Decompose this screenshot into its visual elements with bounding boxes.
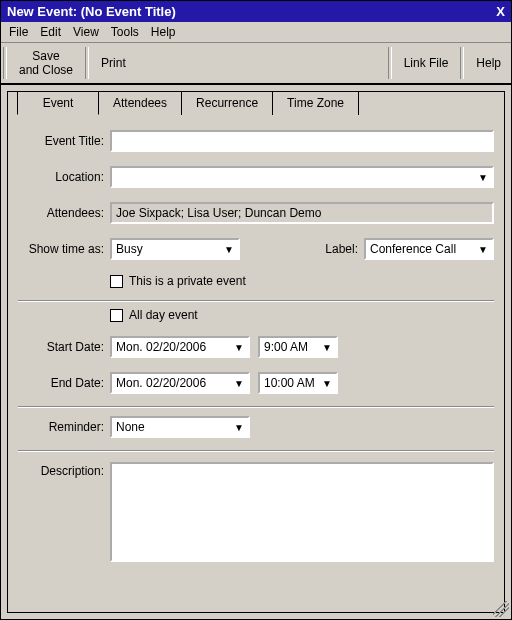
chevron-down-icon: ▼ [318,342,336,353]
label-value: Conference Call [370,242,474,256]
separator [18,450,494,452]
chevron-down-icon: ▼ [230,342,248,353]
start-time-value: 9:00 AM [264,340,318,354]
end-date-value: Mon. 02/20/2006 [116,376,230,390]
all-day-checkbox[interactable]: All day event [110,308,198,322]
all-day-label: All day event [129,308,198,322]
private-event-label: This is a private event [129,274,246,288]
location-combo[interactable]: ▼ [110,166,494,188]
tab-time-zone[interactable]: Time Zone [272,91,359,115]
label-start-date: Start Date: [18,340,110,354]
toolbar-separator [3,47,7,79]
label-location: Location: [18,170,110,184]
chevron-down-icon: ▼ [474,244,492,255]
end-time-value: 10:00 AM [264,376,318,390]
label-event-title: Event Title: [18,134,110,148]
start-date-value: Mon. 02/20/2006 [116,340,230,354]
label-label: Label: [325,242,364,256]
save-and-close-button[interactable]: Save and Close [9,43,83,83]
reminder-combo[interactable]: None ▼ [110,416,250,438]
resize-grip-icon[interactable] [493,601,509,617]
tab-attendees[interactable]: Attendees [98,91,182,115]
print-button[interactable]: Print [91,43,136,83]
menu-help[interactable]: Help [151,25,176,39]
checkbox-icon [110,275,123,288]
close-icon[interactable]: X [496,4,505,19]
toolbar-spacer [136,43,386,83]
toolbar-separator [388,47,392,79]
label-end-date: End Date: [18,376,110,390]
label-attendees: Attendees: [18,206,110,220]
tab-recurrence[interactable]: Recurrence [181,91,273,115]
toolbar-separator [85,47,89,79]
start-date-combo[interactable]: Mon. 02/20/2006 ▼ [110,336,250,358]
label-combo[interactable]: Conference Call ▼ [364,238,494,260]
label-description: Description: [18,462,110,478]
chevron-down-icon: ▼ [230,422,248,433]
menu-view[interactable]: View [73,25,99,39]
chevron-down-icon: ▼ [220,244,238,255]
menu-file[interactable]: File [9,25,28,39]
help-button[interactable]: Help [466,43,511,83]
start-time-combo[interactable]: 9:00 AM ▼ [258,336,338,358]
chevron-down-icon: ▼ [230,378,248,389]
checkbox-icon [110,309,123,322]
menu-tools[interactable]: Tools [111,25,139,39]
end-date-combo[interactable]: Mon. 02/20/2006 ▼ [110,372,250,394]
separator [18,406,494,408]
chevron-down-icon: ▼ [318,378,336,389]
reminder-value: None [116,420,230,434]
titlebar: New Event: (No Event Title) X [1,1,511,22]
link-file-button[interactable]: Link File [394,43,459,83]
content-area: Event Attendees Recurrence Time Zone Eve… [7,91,505,613]
label-reminder: Reminder: [18,420,110,434]
menubar: File Edit View Tools Help [1,22,511,43]
event-title-input[interactable] [110,130,494,152]
label-show-time-as: Show time as: [18,242,110,256]
attendees-display[interactable]: Joe Sixpack; Lisa User; Duncan Demo [110,202,494,224]
end-time-combo[interactable]: 10:00 AM ▼ [258,372,338,394]
show-time-as-value: Busy [116,242,220,256]
window-title: New Event: (No Event Title) [7,4,176,19]
toolbar: Save and Close Print Link File Help [1,43,511,85]
chevron-down-icon: ▼ [474,172,492,183]
tab-event[interactable]: Event [17,91,99,115]
new-event-window: New Event: (No Event Title) X File Edit … [0,0,512,620]
separator [18,300,494,302]
tabstrip: Event Attendees Recurrence Time Zone [17,92,494,116]
show-time-as-combo[interactable]: Busy ▼ [110,238,240,260]
toolbar-separator [460,47,464,79]
menu-edit[interactable]: Edit [40,25,61,39]
description-textarea[interactable] [110,462,494,562]
private-event-checkbox[interactable]: This is a private event [110,274,246,288]
